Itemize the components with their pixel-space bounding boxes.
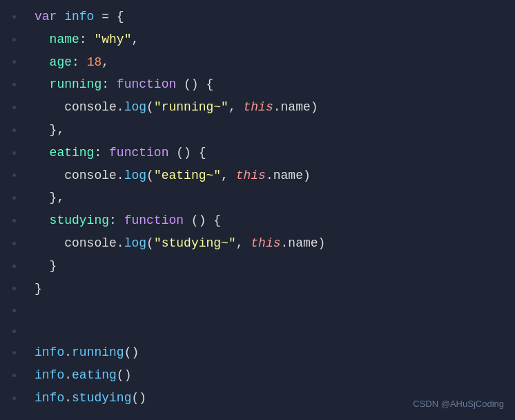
code-line: console.log("eating~", this.name) — [0, 164, 515, 187]
line-gutter — [0, 397, 28, 400]
token: , — [101, 55, 109, 69]
gutter-dot — [12, 374, 16, 377]
token: () — [131, 391, 146, 405]
token: : — [101, 77, 117, 91]
gutter-dot — [12, 287, 16, 290]
code-content: }, — [28, 188, 515, 208]
token: . — [117, 169, 124, 182]
line-gutter — [0, 351, 28, 354]
code-line: }, — [0, 187, 515, 209]
token: "eating~" — [154, 169, 221, 182]
token: () { — [168, 146, 206, 160]
code-line: } — [0, 278, 515, 300]
line-gutter — [0, 196, 28, 200]
token: . — [117, 100, 124, 114]
token: () — [117, 368, 132, 382]
code-content: eating: function () { — [28, 143, 515, 163]
token: this — [251, 236, 280, 250]
token: . — [266, 169, 273, 182]
token: , — [229, 100, 244, 114]
token: info — [64, 10, 94, 23]
line-gutter — [0, 287, 28, 290]
token: () — [124, 345, 139, 359]
line-gutter — [0, 242, 28, 245]
token: name — [281, 100, 311, 114]
token: "studying~" — [154, 236, 236, 250]
code-content: console.log("running~", this.name) — [28, 97, 515, 117]
token: . — [64, 368, 72, 382]
token: ) — [311, 100, 318, 114]
line-gutter — [0, 374, 28, 377]
gutter-dot — [12, 330, 16, 333]
gutter-dot — [12, 151, 16, 155]
token: . — [64, 345, 72, 359]
code-content: name: "why", — [28, 30, 515, 50]
gutter-dot — [12, 38, 16, 41]
token: , — [236, 236, 251, 250]
token: } — [35, 282, 42, 296]
code-content: info.eating() — [28, 365, 515, 385]
code-content: running: function () { — [28, 75, 515, 95]
token: info — [35, 345, 64, 359]
token: }, — [50, 123, 65, 137]
code-editor: var info = { name: "why", age: 18, runni… — [0, 0, 515, 420]
token: this — [244, 100, 273, 114]
code-line: console.log("running~", this.name) — [0, 96, 515, 119]
gutter-dot — [12, 219, 16, 222]
code-content: } — [28, 279, 515, 299]
code-line: var info = { — [0, 6, 515, 28]
token: ) — [318, 236, 326, 250]
gutter-dot — [12, 173, 16, 177]
gutter-dot — [12, 265, 16, 268]
code-content: }, — [28, 120, 515, 140]
code-line: name: "why", — [0, 28, 515, 51]
token: ( — [146, 100, 154, 114]
line-gutter — [0, 265, 28, 268]
code-line: age: 18, — [0, 51, 515, 74]
token: : — [72, 55, 87, 69]
token: studying — [72, 391, 131, 405]
token: info — [35, 391, 64, 405]
gutter-dot — [12, 242, 16, 245]
token: name — [288, 236, 318, 250]
token: , — [131, 32, 139, 46]
token: () { — [184, 213, 221, 227]
gutter-dot — [12, 196, 16, 200]
token: log — [124, 100, 146, 114]
code-line: console.log("studying~", this.name) — [0, 232, 515, 255]
code-line — [0, 321, 515, 341]
token: age — [50, 55, 72, 69]
gutter-dot — [12, 128, 16, 132]
token: : — [109, 213, 124, 227]
token: : — [79, 32, 95, 46]
gutter-dot — [12, 15, 16, 19]
code-content: var info = { — [28, 7, 515, 27]
token: ( — [146, 236, 154, 250]
line-gutter — [0, 15, 28, 19]
token: log — [124, 236, 146, 250]
token: function — [117, 77, 176, 91]
token: function — [109, 146, 168, 160]
watermark-text: CSDN @AHuSjCoding — [413, 397, 504, 412]
line-gutter — [0, 219, 28, 222]
gutter-dot — [12, 83, 16, 86]
code-line: info.running() — [0, 341, 515, 364]
code-content: console.log("studying~", this.name) — [28, 233, 515, 254]
gutter-dot — [12, 309, 16, 312]
token: name — [50, 32, 79, 46]
code-content: console.log("eating~", this.name) — [28, 166, 515, 186]
line-gutter — [0, 151, 28, 155]
token: , — [221, 169, 236, 182]
code-line — [0, 300, 515, 321]
token: eating — [50, 146, 95, 160]
line-gutter — [0, 106, 28, 109]
token: 18 — [87, 55, 102, 69]
line-gutter — [0, 38, 28, 41]
token: this — [236, 169, 266, 182]
gutter-dot — [12, 351, 16, 354]
token: "why" — [94, 32, 131, 46]
token: : — [94, 146, 109, 160]
token: ) — [303, 169, 311, 182]
token: console — [64, 169, 117, 182]
token: . — [281, 236, 289, 250]
